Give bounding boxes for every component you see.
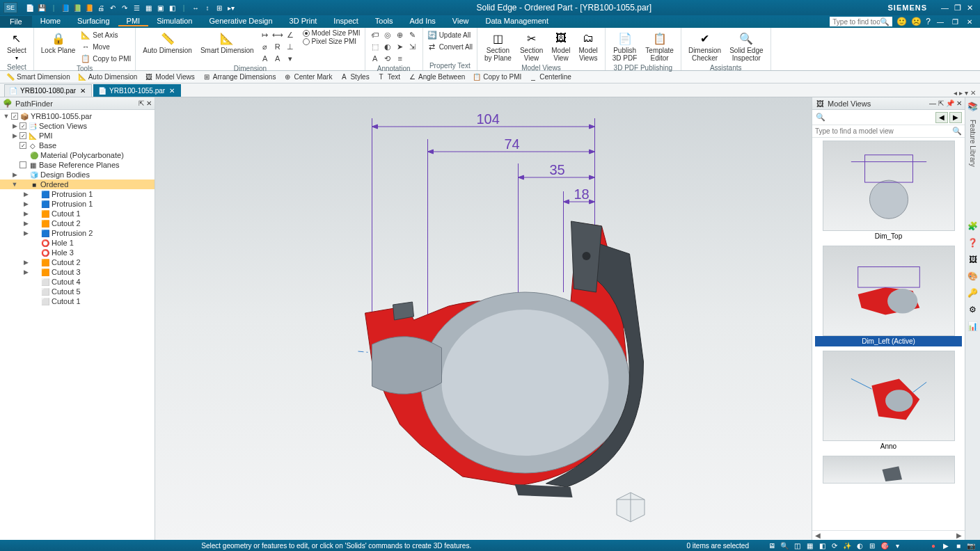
doc-tab[interactable]: 📄YRB100-1055.par✕ — [93, 84, 181, 97]
convert-all-button[interactable]: ⇄Convert All — [427, 41, 473, 52]
rail-icon-3[interactable]: 🖼 — [967, 253, 979, 266]
doc-tab[interactable]: 📄YRB100-1080.par✕ — [4, 84, 92, 97]
tree-item[interactable]: ⬜Cutout 5 — [0, 287, 155, 296]
tab-close-icon[interactable]: ✕ — [168, 87, 176, 95]
status-icon-5[interactable]: ◧ — [817, 541, 827, 550]
mv-menu-icon[interactable]: ⇱ — [938, 99, 944, 107]
tab-menu-icon[interactable]: ▾ — [965, 89, 968, 97]
select-button[interactable]: ↖ Select ▾ — [4, 29, 29, 63]
text-a-icon[interactable]: A — [260, 53, 271, 64]
se-inspector-button[interactable]: 🔍Solid EdgeInspector — [727, 29, 766, 63]
status-rec-icon[interactable]: ● — [928, 541, 938, 550]
dim-35[interactable]: 35 — [550, 162, 565, 177]
mv-prev-icon[interactable]: ◀ — [935, 112, 948, 123]
mv-item-dim-left[interactable]: Dim_Left (Active) — [815, 246, 962, 346]
text-a2-icon[interactable]: A — [272, 53, 283, 64]
status-icon-1[interactable]: 🖥 — [767, 541, 777, 550]
qat-redo-icon[interactable]: ↷ — [120, 3, 129, 13]
copy-to-pmi-button[interactable]: 📋Copy to PMI — [81, 53, 131, 64]
annot-icon-7[interactable]: ➤ — [395, 41, 406, 52]
qat-icon-6[interactable]: ◧ — [167, 3, 177, 13]
status-icon-11[interactable]: ▾ — [892, 541, 902, 550]
pathfinder-tree[interactable]: ▼✓ 📦 YRB100-1055.par ▶✓📑Section Views▶✓📐… — [0, 110, 155, 540]
tree-item[interactable]: ▶✓📑Section Views — [0, 121, 155, 131]
tree-item[interactable]: ▶🟦Protrusion 2 — [0, 228, 155, 238]
lock-plane-button[interactable]: 🔒 Lock Plane — [38, 29, 78, 56]
dimension-checker-button[interactable]: ✔DimensionChecker — [686, 29, 724, 63]
cmd-angle-between[interactable]: ∠Angle Between — [404, 72, 468, 82]
dim-icon-3[interactable]: ∠ — [285, 29, 296, 40]
tree-item[interactable]: ⬜Cutout 4 — [0, 277, 155, 287]
qat-dim-icon[interactable]: ↔ — [191, 3, 200, 13]
mv-item-partial[interactable] — [815, 456, 962, 484]
mv-search-input[interactable] — [815, 127, 952, 135]
menu-pmi[interactable]: PMI — [118, 17, 149, 26]
qat-dim2-icon[interactable]: ↕ — [203, 3, 212, 13]
close-icon[interactable]: ✕ — [967, 3, 973, 13]
smart-dimension-button[interactable]: 📐 Smart Dimension — [198, 29, 257, 56]
mv-close-icon[interactable]: ✕ — [956, 99, 962, 107]
tool-search[interactable]: 🔍 — [830, 17, 892, 26]
status-cam-icon[interactable]: 📷 — [966, 541, 976, 550]
rail-icon-6[interactable]: ⚙ — [967, 303, 979, 316]
menu-file[interactable]: File — [0, 16, 32, 27]
menu-add-ins[interactable]: Add Ins — [402, 17, 444, 26]
tree-item[interactable]: ✓◇Base — [0, 141, 155, 150]
menu-simulation[interactable]: Simulation — [148, 17, 200, 26]
tool-search-input[interactable] — [832, 18, 880, 26]
qat-icon-4[interactable]: ▦ — [143, 3, 153, 13]
tree-item[interactable]: ▦Base Reference Planes — [0, 160, 155, 170]
auto-dimension-button[interactable]: 📏 Auto Dimension — [140, 29, 195, 56]
tree-item[interactable]: ▶🟧Cutout 3 — [0, 267, 155, 277]
cmd-center-mark[interactable]: ⊕Center Mark — [280, 72, 335, 82]
minimize-icon[interactable]: — — [941, 3, 949, 13]
cmd-copy-to-pmi[interactable]: 📋Copy to PMI — [469, 72, 524, 82]
feedback-happy-icon[interactable]: 🙂 — [896, 17, 907, 26]
qat-undo-icon[interactable]: ↶ — [108, 3, 118, 13]
model-views-header[interactable]: 🖼 Model Views — ⇱ 📌 ✕ — [812, 97, 965, 110]
qat-icon-3[interactable]: 📙 — [84, 3, 94, 13]
doc-minimize-icon[interactable]: — — [935, 18, 946, 26]
tree-item[interactable]: ▶🟧Cutout 2 — [0, 257, 155, 267]
rail-icon-5[interactable]: 🔑 — [967, 287, 979, 299]
cmd-text[interactable]: TText — [374, 72, 403, 82]
section-view-button[interactable]: ✂SectionView — [517, 29, 546, 63]
qat-icon-2[interactable]: 📗 — [72, 3, 82, 13]
doc-close-icon[interactable]: ✕ — [965, 18, 974, 26]
model-views-button[interactable]: 🗂ModelViews — [576, 29, 601, 63]
cmd-model-views[interactable]: 🖼Model Views — [141, 72, 198, 82]
set-axis-button[interactable]: 📐Set Axis — [81, 29, 131, 40]
status-icon-9[interactable]: ⊞ — [867, 541, 877, 550]
menu-data-management[interactable]: Data Management — [477, 17, 557, 26]
dim-104[interactable]: 104 — [477, 111, 500, 127]
menu-3d-print[interactable]: 3D Print — [281, 17, 326, 26]
mv-scroll-right-icon[interactable]: ▶ — [956, 532, 962, 539]
tree-item[interactable]: ⭕Hole 3 — [0, 248, 155, 257]
tab-nav-next-icon[interactable]: ▸ — [959, 89, 963, 97]
menu-home[interactable]: Home — [32, 17, 69, 26]
rail-lib-icon[interactable]: 📚 — [967, 100, 979, 113]
mv-pin-icon[interactable]: 📌 — [946, 99, 954, 107]
menu-inspect[interactable]: Inspect — [325, 17, 366, 26]
3d-viewport[interactable]: 104 74 35 18 — [155, 97, 812, 540]
tab-close-icon[interactable]: ✕ — [970, 89, 976, 97]
annot-icon-5[interactable]: ⬚ — [370, 41, 381, 52]
tree-item[interactable]: ▶🟧Cutout 1 — [0, 209, 155, 218]
qat-icon-1[interactable]: 📘 — [61, 3, 70, 13]
tree-item[interactable]: ▼■Ordered — [0, 179, 155, 189]
panel-close-icon[interactable]: ✕ — [146, 99, 152, 107]
qat-align-icon[interactable]: ⊞ — [214, 3, 224, 13]
tree-item[interactable]: ▶🧊Design Bodies — [0, 170, 155, 179]
dim-icon-6[interactable]: ⊥ — [285, 41, 296, 52]
annot-icon-1[interactable]: 🏷 — [370, 29, 381, 40]
mv-item-dim-top[interactable]: Dim_Top — [815, 141, 962, 241]
tree-item[interactable]: ▶🟧Cutout 2 — [0, 218, 155, 228]
qat-new-icon[interactable]: 📄 — [25, 3, 35, 13]
qat-print-icon[interactable]: 🖨 — [96, 3, 106, 13]
template-editor-button[interactable]: 📋TemplateEditor — [642, 29, 677, 63]
status-icon-3[interactable]: ◫ — [792, 541, 802, 550]
annot-icon-8[interactable]: ⇲ — [407, 41, 418, 52]
qat-save-icon[interactable]: 💾 — [37, 3, 47, 13]
move-button[interactable]: ↔Move — [81, 41, 131, 52]
status-icon-6[interactable]: ⟳ — [830, 541, 839, 550]
